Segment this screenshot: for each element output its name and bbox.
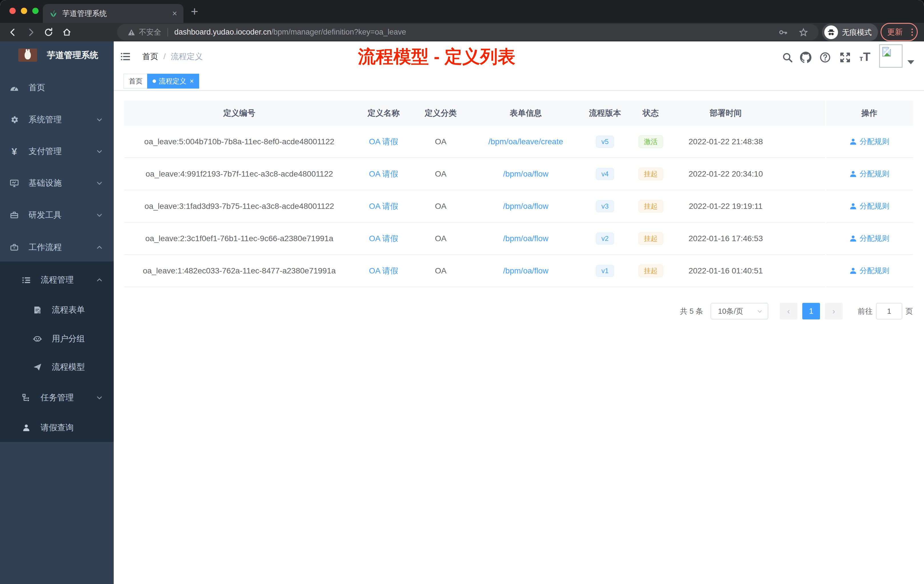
definition-name-link[interactable]: OA 请假 — [369, 168, 398, 180]
table-row: oa_leave:4:991f2193-7b7f-11ec-a3c8-acde4… — [124, 158, 913, 190]
version-badge: v3 — [596, 200, 614, 212]
assign-rule-button[interactable]: 分配规则 — [850, 201, 889, 211]
definition-name-link[interactable]: OA 请假 — [369, 266, 398, 276]
page-number-button[interactable]: 1 — [802, 303, 820, 319]
sidebar-item-system[interactable]: 系统管理 — [0, 106, 114, 134]
tag-process-definition[interactable]: 流程定义 × — [147, 74, 199, 89]
form-link[interactable]: /bpm/oa/flow — [503, 170, 549, 178]
column-header: 定义编号 — [124, 108, 354, 119]
sidebar-item-label: 流程表单 — [52, 304, 85, 316]
browser-tab[interactable]: 芋道管理系统 × — [43, 4, 183, 23]
page-size-select[interactable]: 10条/页 — [711, 303, 768, 319]
bookmark-star-icon[interactable] — [799, 27, 808, 37]
macos-zoom-button[interactable] — [32, 8, 39, 14]
browser-menu-icon[interactable] — [911, 28, 913, 36]
browser-update-button[interactable]: 更新 — [881, 23, 918, 41]
avatar-dropdown-icon[interactable] — [908, 60, 914, 64]
sidebar-logo[interactable]: 芋道管理系统 — [0, 41, 114, 69]
security-label[interactable]: 不安全 — [139, 27, 161, 37]
url-bar[interactable]: 不安全 dashboard.yudao.iocoder.cn/bpm/manag… — [117, 24, 818, 40]
chevron-up-icon — [96, 244, 103, 251]
assign-rule-label: 分配规则 — [860, 233, 889, 243]
sidebar-item-user-group[interactable]: 用户分组 — [0, 325, 114, 353]
assign-rule-button[interactable]: 分配规则 — [850, 137, 889, 147]
breadcrumb-home[interactable]: 首页 — [142, 51, 158, 62]
goto-page-input[interactable] — [876, 303, 902, 319]
sidebar-toggle-icon[interactable] — [120, 51, 131, 62]
form-link[interactable]: /bpm/oa/leave/create — [488, 137, 563, 146]
sidebar-item-process-model[interactable]: 流程模型 — [0, 353, 114, 381]
key-icon[interactable] — [779, 28, 788, 37]
sidebar-item-infrastructure[interactable]: 基础设施 — [0, 169, 114, 198]
assign-rule-button[interactable]: 分配规则 — [850, 233, 889, 243]
search-icon[interactable] — [782, 52, 793, 63]
tag-close-icon[interactable]: × — [190, 77, 194, 85]
definition-category: OA — [413, 137, 469, 146]
chevron-down-icon — [756, 308, 763, 315]
sidebar-item-process-management[interactable]: 流程管理 — [0, 266, 114, 294]
prev-page-button[interactable]: ‹ — [780, 303, 797, 319]
macos-minimize-button[interactable] — [21, 8, 27, 14]
macos-close-button[interactable] — [10, 8, 16, 14]
table-header: 定义编号 定义名称 定义分类 表单信息 流程版本 状态 部署时间 操作 — [124, 101, 913, 126]
total-count: 共 5 条 — [680, 306, 703, 316]
font-size-icon[interactable]: тT — [860, 50, 870, 64]
user-icon — [22, 423, 31, 432]
home-icon[interactable] — [62, 27, 72, 38]
sidebar-item-task-management[interactable]: 任务管理 — [0, 383, 114, 412]
github-icon[interactable] — [800, 52, 812, 63]
browser-tabstrip: 芋道管理系统 × + — [0, 0, 924, 23]
status-badge: 挂起 — [639, 265, 663, 277]
fullscreen-icon[interactable] — [840, 52, 851, 63]
form-link[interactable]: /bpm/oa/flow — [503, 234, 549, 243]
paper-plane-icon — [33, 363, 42, 372]
column-header: 流程版本 — [583, 108, 627, 119]
definition-category: OA — [413, 170, 469, 178]
definition-name-link[interactable]: OA 请假 — [369, 233, 398, 244]
assign-rule-label: 分配规则 — [860, 169, 889, 179]
help-icon[interactable] — [819, 52, 831, 63]
warning-icon — [127, 28, 135, 36]
yen-icon: ¥ — [10, 147, 19, 156]
sidebar-item-devtools[interactable]: 研发工具 — [0, 201, 114, 229]
definition-id: oa_leave:1:482ec033-762a-11ec-8477-a2380… — [124, 266, 354, 276]
column-header: 部署时间 — [674, 108, 777, 119]
sidebar-item-process-form[interactable]: 流程表单 — [0, 296, 114, 324]
deploy-time: 2022-01-16 01:40:51 — [674, 266, 777, 276]
browser-window: 芋道管理系统 × + 不安全 dashboard.yudao.iocoder.c… — [0, 0, 924, 584]
form-link[interactable]: /bpm/oa/flow — [503, 202, 549, 211]
org-tree-icon — [22, 393, 31, 402]
tag-home[interactable]: 首页 — [124, 74, 148, 89]
new-tab-button[interactable]: + — [191, 5, 198, 18]
fixed-column-divider — [825, 101, 826, 288]
tab-close-icon[interactable]: × — [172, 9, 177, 18]
version-badge: v4 — [596, 168, 614, 180]
tags-bar: 首页 流程定义 × — [114, 71, 924, 91]
sidebar-item-payment[interactable]: ¥ 支付管理 — [0, 137, 114, 166]
forward-icon[interactable] — [26, 27, 36, 38]
next-page-button[interactable]: › — [825, 303, 843, 319]
reload-icon[interactable] — [43, 27, 54, 38]
incognito-label: 无痕模式 — [842, 27, 872, 38]
update-label: 更新 — [887, 27, 903, 37]
chevron-down-icon — [96, 148, 103, 155]
definition-name-link[interactable]: OA 请假 — [369, 201, 398, 212]
assign-rule-label: 分配规则 — [860, 266, 889, 276]
assign-rule-button[interactable]: 分配规则 — [850, 169, 889, 179]
definition-name-link[interactable]: OA 请假 — [369, 136, 398, 147]
pagination: 共 5 条 10条/页 ‹ 1 › 前往 页 — [680, 303, 913, 319]
version-badge: v1 — [596, 265, 614, 277]
sidebar-item-label: 基础设施 — [28, 177, 62, 189]
column-header: 定义分类 — [413, 108, 469, 119]
sidebar-item-home[interactable]: 首页 — [0, 73, 114, 102]
avatar[interactable] — [879, 44, 903, 68]
user-icon — [850, 170, 857, 178]
sidebar-item-workflow[interactable]: 工作流程 — [0, 233, 114, 262]
assign-rule-label: 分配规则 — [860, 137, 889, 147]
assign-rule-button[interactable]: 分配规则 — [850, 266, 889, 276]
form-link[interactable]: /bpm/oa/flow — [503, 266, 549, 276]
chevron-down-icon — [96, 180, 103, 186]
page-title-annotation: 流程模型 - 定义列表 — [358, 41, 515, 71]
sidebar-item-leave-query[interactable]: 请假查询 — [0, 413, 114, 442]
back-icon[interactable] — [8, 27, 18, 38]
